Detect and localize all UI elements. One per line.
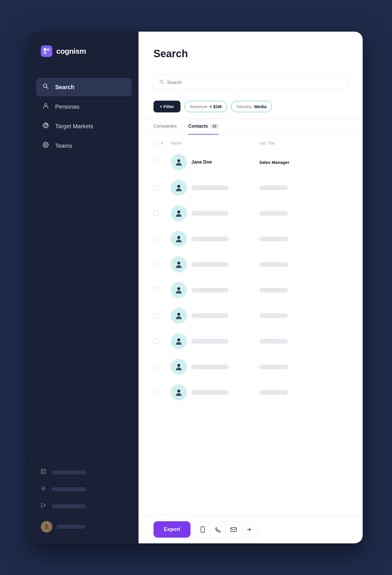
main-header: Search — [139, 32, 363, 67]
search-icon — [42, 83, 49, 91]
grid-icon — [41, 469, 47, 476]
more-action-button[interactable] — [241, 522, 257, 537]
table-row — [153, 201, 348, 226]
tab-companies[interactable]: Companies — [153, 118, 177, 135]
svg-point-21 — [177, 210, 180, 213]
svg-point-25 — [177, 313, 180, 316]
svg-point-24 — [177, 287, 180, 290]
user-profile-row[interactable] — [36, 517, 132, 536]
row-checkbox[interactable] — [153, 160, 159, 165]
select-dropdown-icon[interactable]: ▾ — [161, 141, 163, 145]
skeleton-job — [259, 185, 288, 190]
sidebar-label-target-markets: Target Markets — [55, 123, 93, 130]
skeleton-job — [259, 288, 288, 292]
svg-point-20 — [177, 185, 180, 188]
skeleton-job — [259, 365, 288, 369]
svg-point-23 — [177, 262, 180, 264]
search-bar[interactable] — [153, 75, 348, 90]
row-name-cell: Jane Doe — [171, 154, 259, 170]
row-checkbox[interactable] — [153, 262, 159, 267]
svg-point-26 — [177, 338, 180, 341]
sidebar-label-personas: Personas — [55, 103, 80, 110]
settings-label-placeholder — [52, 487, 86, 491]
avatar — [171, 205, 187, 221]
skeleton-job — [259, 237, 288, 241]
row-checkbox[interactable] — [153, 211, 159, 216]
row-checkbox[interactable] — [153, 185, 159, 190]
sidebar-item-personas[interactable]: Personas — [36, 97, 132, 116]
svg-rect-0 — [44, 48, 46, 51]
svg-point-30 — [202, 531, 203, 532]
row-job-cell: Sales Manager — [259, 160, 348, 165]
target-icon — [42, 122, 49, 130]
filter-button[interactable]: + Filter — [153, 101, 180, 112]
svg-point-5 — [45, 103, 47, 106]
table-row — [153, 354, 348, 380]
sidebar-bottom — [29, 458, 139, 543]
skeleton-name — [191, 262, 229, 267]
user-name-placeholder — [56, 525, 85, 529]
avatar — [171, 256, 187, 273]
phone-action-button[interactable] — [210, 522, 226, 537]
skeleton-name — [191, 237, 229, 241]
email-action-button[interactable] — [226, 522, 241, 537]
user-avatar — [41, 521, 52, 532]
svg-rect-1 — [47, 48, 49, 51]
tab-contacts[interactable]: Contacts 12 — [188, 118, 219, 135]
row-checkbox[interactable] — [153, 313, 159, 318]
row-checkbox[interactable] — [153, 236, 159, 241]
avatar — [171, 231, 187, 247]
table-row — [153, 277, 348, 303]
svg-line-4 — [47, 87, 48, 89]
table-header-row: ▾ Name Job Title — [153, 135, 348, 150]
avatar — [171, 154, 187, 170]
person-icon — [42, 103, 49, 111]
svg-point-27 — [177, 364, 180, 367]
row-checkbox[interactable] — [153, 339, 159, 344]
table-row — [153, 252, 348, 277]
logout-item[interactable] — [36, 499, 132, 513]
row-checkbox[interactable] — [153, 288, 159, 293]
skeleton-name — [191, 211, 229, 216]
svg-line-18 — [162, 83, 164, 84]
skeleton-job — [259, 313, 288, 318]
table-row — [153, 175, 348, 201]
logo-icon — [41, 45, 52, 57]
export-button[interactable]: Export — [153, 521, 191, 538]
svg-rect-2 — [44, 51, 46, 54]
revenue-filter-val: < $1M — [210, 104, 222, 109]
sidebar-nav: Search Personas — [29, 69, 139, 458]
main-content: Search + Filter Revenue: < $1M Industry:… — [139, 32, 363, 543]
select-all-checkbox[interactable] — [153, 141, 159, 146]
tab-contacts-label: Contacts — [188, 124, 208, 129]
skeleton-job — [259, 211, 288, 216]
row-job-title: Sales Manager — [259, 160, 289, 165]
svg-rect-11 — [41, 469, 43, 471]
industry-filter-chip[interactable]: Industry: Media — [231, 101, 272, 112]
svg-rect-13 — [41, 472, 43, 474]
table-row[interactable]: Jane Doe Sales Manager — [153, 150, 348, 175]
contacts-table: ▾ Name Job Title Jane Doe — [139, 135, 363, 515]
search-input[interactable] — [167, 80, 342, 85]
revenue-filter-chip[interactable]: Revenue: < $1M — [185, 101, 227, 112]
sidebar-item-target-markets[interactable]: Target Markets — [36, 117, 132, 135]
sidebar-item-teams[interactable]: Teams — [36, 137, 132, 155]
sidebar-item-search[interactable]: Search — [36, 78, 132, 96]
svg-point-28 — [177, 390, 180, 392]
avatar — [171, 180, 187, 196]
integrations-item[interactable] — [36, 465, 132, 480]
sidebar: cognism Search — [29, 32, 139, 543]
skeleton-name — [191, 185, 229, 190]
page-title: Search — [153, 48, 348, 60]
row-check — [153, 160, 171, 165]
mobile-action-button[interactable] — [195, 522, 210, 537]
contact-action-group — [195, 522, 257, 538]
skeleton-name — [191, 339, 229, 344]
row-checkbox[interactable] — [153, 364, 159, 369]
revenue-filter-key: Revenue: — [190, 104, 210, 109]
avatar — [171, 282, 187, 298]
table-row — [153, 303, 348, 329]
settings-item[interactable] — [36, 482, 132, 497]
row-checkbox[interactable] — [153, 390, 159, 395]
logo-area: cognism — [29, 32, 139, 69]
